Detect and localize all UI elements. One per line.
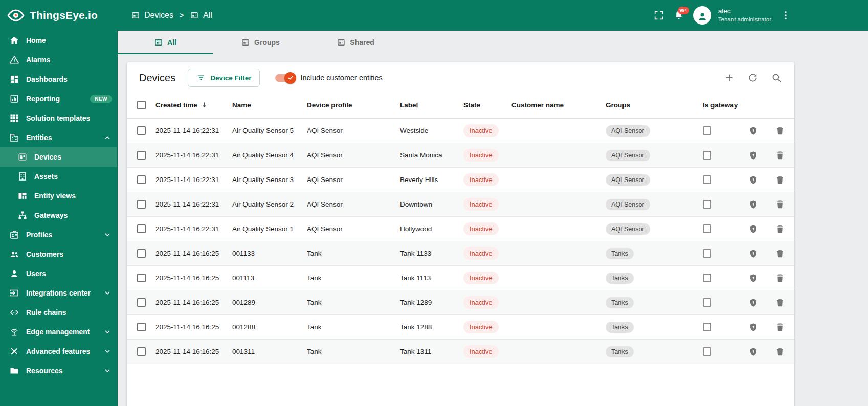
sidebar-item-resources[interactable]: Resources xyxy=(0,361,117,380)
fullscreen-button[interactable] xyxy=(653,10,664,21)
table-row[interactable]: 2025-11-14 16:16:25001311TankTank 1311In… xyxy=(127,340,794,364)
cell-is-gateway xyxy=(703,249,749,258)
manage-credentials-button[interactable] xyxy=(749,150,759,161)
sidebar-item-dashboards[interactable]: Dashboards xyxy=(0,70,117,89)
row-checkbox[interactable] xyxy=(137,200,146,209)
sidebar-item-assets[interactable]: Assets xyxy=(0,167,117,186)
manage-credentials-button[interactable] xyxy=(749,347,759,357)
delete-device-button[interactable] xyxy=(775,175,785,185)
group-chip[interactable]: AQI Sensor xyxy=(606,150,650,161)
sidebar-item-rule-chains[interactable]: Rule chains xyxy=(0,303,117,322)
row-checkbox[interactable] xyxy=(137,249,146,258)
sidebar-item-gateways[interactable]: Gateways xyxy=(0,206,117,225)
column-header-groups[interactable]: Groups xyxy=(606,101,703,109)
table-row[interactable]: 2025-11-14 16:16:25001289TankTank 1289In… xyxy=(127,290,794,315)
sidebar-item-solution-templates[interactable]: Solution templates xyxy=(0,108,117,128)
column-header-device-profile[interactable]: Device profile xyxy=(307,101,400,109)
cell-name: Air Quality Sensor 4 xyxy=(232,151,307,159)
sidebar-item-profiles[interactable]: Profiles xyxy=(0,225,117,244)
sidebar-nav: HomeAlarmsDashboardsReportingNEWSolution… xyxy=(0,31,118,406)
manage-credentials-button[interactable] xyxy=(749,322,759,332)
column-header-name[interactable]: Name xyxy=(232,101,307,109)
table-row[interactable]: 2025-11-14 16:22:31Air Quality Sensor 4A… xyxy=(127,143,794,168)
tab-groups[interactable]: Groups xyxy=(213,31,308,54)
column-header-customer-name[interactable]: Customer name xyxy=(511,101,606,109)
column-header-label[interactable]: Label xyxy=(400,101,463,109)
manage-credentials-button[interactable] xyxy=(749,273,759,283)
manage-credentials-button[interactable] xyxy=(749,298,759,308)
shield-icon xyxy=(749,150,759,161)
row-checkbox[interactable] xyxy=(137,347,146,356)
group-chip[interactable]: AQI Sensor xyxy=(606,174,650,186)
group-chip[interactable]: Tanks xyxy=(606,248,634,259)
sidebar-item-label: Assets xyxy=(34,172,58,181)
tab-all[interactable]: All xyxy=(118,31,213,54)
column-header-is-gateway[interactable]: Is gateway xyxy=(703,101,749,109)
delete-device-button[interactable] xyxy=(775,150,785,161)
manage-credentials-button[interactable] xyxy=(749,249,759,259)
table-row[interactable]: 2025-11-14 16:16:25001133TankTank 1133In… xyxy=(127,241,794,266)
sidebar-item-entities[interactable]: Entities xyxy=(0,128,117,147)
refresh-button[interactable] xyxy=(747,72,759,83)
include-customer-entities-toggle[interactable] xyxy=(275,74,294,82)
cell-created-time: 2025-11-14 16:16:25 xyxy=(155,299,232,306)
table-row[interactable]: 2025-11-14 16:16:25001288TankTank 1288In… xyxy=(127,315,794,340)
row-checkbox[interactable] xyxy=(137,224,146,233)
delete-device-button[interactable] xyxy=(775,273,785,283)
sidebar-item-integrations-center[interactable]: Integrations center xyxy=(0,283,117,303)
group-chip[interactable]: AQI Sensor xyxy=(606,223,650,235)
sidebar-item-devices[interactable]: Devices xyxy=(0,147,117,167)
sidebar-item-edge-management[interactable]: Edge management xyxy=(0,322,117,342)
delete-device-button[interactable] xyxy=(775,249,785,259)
add-device-button[interactable] xyxy=(724,72,735,83)
table-row[interactable]: 2025-11-14 16:16:25001113TankTank 1113In… xyxy=(127,266,794,290)
delete-device-button[interactable] xyxy=(775,298,785,308)
table-row[interactable]: 2025-11-14 16:22:31Air Quality Sensor 5A… xyxy=(127,119,794,143)
group-chip[interactable]: Tanks xyxy=(606,322,634,333)
table-row[interactable]: 2025-11-14 16:22:31Air Quality Sensor 2A… xyxy=(127,192,794,217)
row-checkbox[interactable] xyxy=(137,126,146,135)
manage-credentials-button[interactable] xyxy=(749,175,759,185)
sidebar-item-reporting[interactable]: ReportingNEW xyxy=(0,89,117,108)
sidebar-item-entity-views[interactable]: Entity views xyxy=(0,186,117,206)
row-checkbox[interactable] xyxy=(137,323,146,331)
column-header-created-time[interactable]: Created time xyxy=(155,101,232,109)
group-chip[interactable]: AQI Sensor xyxy=(606,125,650,137)
table-row[interactable]: 2025-11-14 16:22:31Air Quality Sensor 1A… xyxy=(127,217,794,241)
sidebar-item-customers[interactable]: Customers xyxy=(0,244,117,264)
avatar[interactable] xyxy=(693,6,711,25)
delete-device-button[interactable] xyxy=(775,126,785,136)
manage-credentials-button[interactable] xyxy=(749,126,759,136)
group-chip[interactable]: Tanks xyxy=(606,297,634,308)
row-checkbox[interactable] xyxy=(137,274,146,282)
device-filter-button[interactable]: Device Filter xyxy=(188,69,260,87)
group-chip[interactable]: AQI Sensor xyxy=(606,199,650,210)
delete-device-button[interactable] xyxy=(775,199,785,210)
row-checkbox[interactable] xyxy=(137,175,146,184)
delete-device-button[interactable] xyxy=(775,347,785,357)
delete-device-button[interactable] xyxy=(775,224,785,234)
notifications-button[interactable]: 99+ xyxy=(673,10,684,21)
sidebar-item-users[interactable]: Users xyxy=(0,264,117,283)
user-menu[interactable]: alec Tenant administrator xyxy=(718,7,771,23)
row-checkbox[interactable] xyxy=(137,151,146,160)
more-menu-button[interactable] xyxy=(780,10,791,21)
manage-credentials-button[interactable] xyxy=(749,199,759,210)
brand[interactable]: ThingsEye.io xyxy=(0,6,118,25)
select-all-checkbox[interactable] xyxy=(137,101,146,109)
devices-icon xyxy=(17,152,28,162)
sidebar-item-home[interactable]: Home xyxy=(0,31,117,50)
column-header-state[interactable]: State xyxy=(463,101,511,109)
manage-credentials-button[interactable] xyxy=(749,224,759,234)
table-row[interactable]: 2025-11-14 16:22:31Air Quality Sensor 3A… xyxy=(127,168,794,192)
breadcrumb-devices[interactable]: Devices xyxy=(131,11,173,20)
breadcrumb-all[interactable]: All xyxy=(190,11,212,20)
row-checkbox[interactable] xyxy=(137,298,146,307)
group-chip[interactable]: Tanks xyxy=(606,273,634,284)
tab-shared[interactable]: Shared xyxy=(308,31,403,54)
delete-device-button[interactable] xyxy=(775,322,785,332)
search-button[interactable] xyxy=(771,72,782,83)
group-chip[interactable]: Tanks xyxy=(606,346,634,357)
sidebar-item-advanced-features[interactable]: Advanced features xyxy=(0,342,117,361)
sidebar-item-alarms[interactable]: Alarms xyxy=(0,50,117,70)
